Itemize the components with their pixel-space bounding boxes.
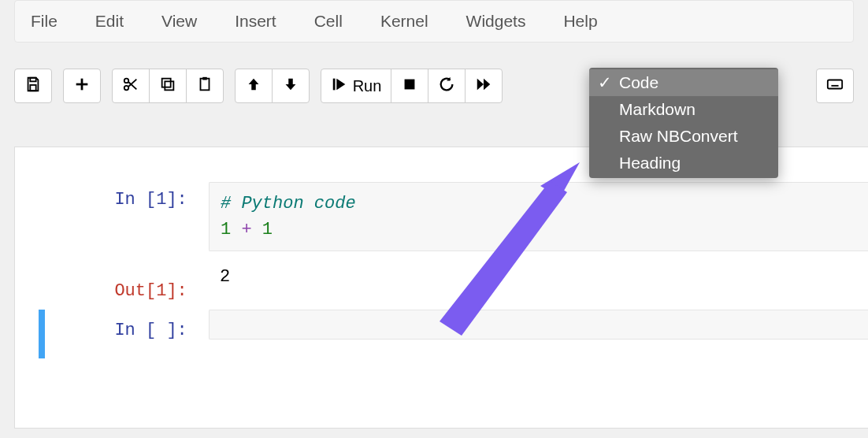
svg-marker-13 [336,78,345,90]
code-operator: + [231,220,262,239]
keyboard-icon [826,76,844,97]
copy-icon [159,76,176,97]
menu-kernel[interactable]: Kernel [380,12,428,31]
save-icon [24,76,42,97]
scissors-icon [122,76,139,97]
cell-type-label: Heading [619,154,681,173]
code-cell-1[interactable]: In [1]: # Python code 1 + 1 [15,182,868,253]
menu-insert[interactable]: Insert [235,12,276,31]
notebook-area: In [1]: # Python code 1 + 1 Out[1]: 2 In… [14,147,868,429]
checkmark-icon: ✓ [597,73,613,92]
stop-icon [401,76,418,97]
cell-type-option-code[interactable]: ✓ Code [589,69,778,96]
fast-forward-icon [475,76,492,97]
cell-output: 2 [209,267,868,287]
paste-icon [196,76,213,97]
input-prompt: In [1]: [114,190,198,210]
svg-rect-10 [201,78,210,90]
cell-type-label: Markdown [619,100,696,119]
restart-run-all-button[interactable] [465,69,503,103]
run-label: Run [353,77,382,95]
run-button[interactable]: Run [321,69,391,103]
code-cell-2[interactable]: In [ ]: [15,310,868,358]
copy-button[interactable] [149,69,187,103]
restart-icon [438,76,455,97]
svg-rect-0 [30,77,35,81]
svg-rect-9 [162,78,171,87]
cell-type-label: Code [619,73,658,92]
cut-button[interactable] [112,69,150,103]
save-button[interactable] [14,69,52,103]
input-prompt: In [ ]: [114,321,198,340]
arrow-up-icon [245,76,262,97]
code-number: 1 [221,220,231,239]
cell-type-option-raw[interactable]: Raw NBConvert [589,123,778,150]
move-up-button[interactable] [235,69,273,103]
arrow-down-icon [282,76,299,97]
menu-help[interactable]: Help [563,12,597,31]
menu-file[interactable]: File [31,12,57,31]
menu-cell[interactable]: Cell [314,12,343,31]
menu-view[interactable]: View [161,12,197,31]
restart-kernel-button[interactable] [428,69,466,103]
menu-edit[interactable]: Edit [95,12,124,31]
cell-selection-indicator [39,310,45,358]
cell-type-label: Raw NBConvert [619,127,738,146]
svg-marker-16 [484,78,490,90]
move-down-button[interactable] [272,69,310,103]
svg-marker-15 [477,78,484,90]
cell-type-dropdown[interactable]: ✓ Code Markdown Raw NBConvert Heading [589,68,778,178]
cell-type-option-markdown[interactable]: Markdown [589,96,778,123]
interrupt-button[interactable] [391,69,428,103]
svg-rect-8 [165,81,173,90]
code-number: 1 [262,220,273,239]
command-palette-button[interactable] [816,69,854,103]
cell-type-option-heading[interactable]: Heading [589,150,778,176]
svg-rect-1 [30,84,35,90]
output-prompt: Out[1]: [114,281,198,301]
svg-rect-11 [202,76,207,80]
menu-widgets[interactable]: Widgets [466,12,526,31]
code-input[interactable]: # Python code 1 + 1 [209,182,868,251]
paste-button[interactable] [186,69,224,103]
run-icon [331,76,348,97]
code-input[interactable] [209,310,868,340]
menu-bar: File Edit View Insert Cell Kernel Widget… [14,0,854,43]
svg-rect-12 [332,78,335,90]
insert-cell-button[interactable] [63,69,101,103]
svg-rect-14 [405,79,415,89]
code-comment: # Python code [221,194,356,213]
svg-rect-17 [828,80,842,88]
plus-icon [73,76,91,97]
